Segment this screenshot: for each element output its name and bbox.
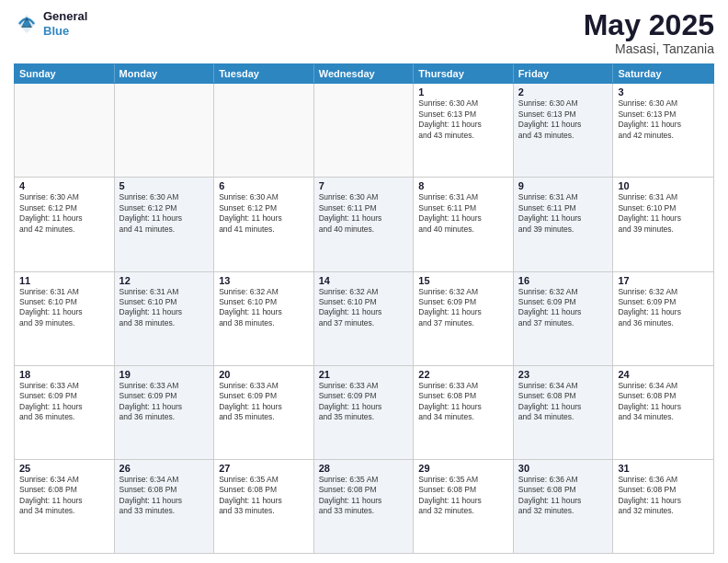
cell-info: Sunrise: 6:35 AM Sunset: 6:08 PM Dayligh… [219,475,309,517]
calendar-cell: 10Sunrise: 6:31 AM Sunset: 6:10 PM Dayli… [613,178,713,270]
day-number: 8 [418,180,508,191]
cell-info: Sunrise: 6:31 AM Sunset: 6:10 PM Dayligh… [119,287,210,329]
day-number: 18 [19,369,109,380]
day-number: 27 [219,463,309,474]
calendar-cell: 2Sunrise: 6:30 AM Sunset: 6:13 PM Daylig… [514,84,614,177]
cell-info: Sunrise: 6:30 AM Sunset: 6:11 PM Dayligh… [319,192,409,235]
logo: General Blue [14,9,87,38]
calendar-cell: 12Sunrise: 6:31 AM Sunset: 6:10 PM Dayli… [115,272,215,365]
day-number: 25 [19,463,109,474]
day-number: 12 [119,275,210,286]
cell-info: Sunrise: 6:30 AM Sunset: 6:12 PM Dayligh… [219,192,309,235]
cell-info: Sunrise: 6:30 AM Sunset: 6:13 PM Dayligh… [618,98,709,141]
day-of-week-header: Monday [115,64,215,83]
day-number: 3 [618,86,709,98]
day-number: 1 [418,86,508,98]
calendar-week-row: 25Sunrise: 6:34 AM Sunset: 6:08 PM Dayli… [15,460,713,553]
cell-info: Sunrise: 6:35 AM Sunset: 6:08 PM Dayligh… [319,475,409,517]
day-number: 10 [618,180,709,191]
calendar-cell: 21Sunrise: 6:33 AM Sunset: 6:09 PM Dayli… [314,366,415,459]
calendar-cell: 6Sunrise: 6:30 AM Sunset: 6:12 PM Daylig… [214,178,314,270]
calendar-week-row: 4Sunrise: 6:30 AM Sunset: 6:12 PM Daylig… [15,178,713,271]
calendar-week-row: 11Sunrise: 6:31 AM Sunset: 6:10 PM Dayli… [15,272,713,366]
calendar-cell: 5Sunrise: 6:30 AM Sunset: 6:12 PM Daylig… [115,178,215,270]
cell-info: Sunrise: 6:32 AM Sunset: 6:10 PM Dayligh… [319,287,409,329]
calendar-cell: 13Sunrise: 6:32 AM Sunset: 6:10 PM Dayli… [214,272,314,365]
day-number: 14 [319,275,409,286]
calendar-cell: 19Sunrise: 6:33 AM Sunset: 6:09 PM Dayli… [115,366,215,459]
day-number: 31 [618,463,709,474]
calendar-cell: 26Sunrise: 6:34 AM Sunset: 6:08 PM Dayli… [115,460,215,553]
day-number: 6 [219,180,309,191]
calendar-cell: 22Sunrise: 6:33 AM Sunset: 6:08 PM Dayli… [414,366,514,459]
day-of-week-header: Wednesday [314,64,415,83]
day-number: 30 [518,463,609,474]
cell-info: Sunrise: 6:32 AM Sunset: 6:09 PM Dayligh… [518,287,609,329]
calendar-cell [314,84,415,177]
day-number: 19 [119,369,210,380]
calendar-cell: 14Sunrise: 6:32 AM Sunset: 6:10 PM Dayli… [314,272,415,365]
calendar-body: 1Sunrise: 6:30 AM Sunset: 6:13 PM Daylig… [14,84,714,554]
cell-info: Sunrise: 6:34 AM Sunset: 6:08 PM Dayligh… [618,381,709,423]
calendar-cell: 18Sunrise: 6:33 AM Sunset: 6:09 PM Dayli… [15,366,115,459]
day-number: 17 [618,275,709,286]
cell-info: Sunrise: 6:31 AM Sunset: 6:10 PM Dayligh… [618,192,709,235]
cell-info: Sunrise: 6:30 AM Sunset: 6:13 PM Dayligh… [518,98,609,141]
day-number: 11 [19,275,109,286]
calendar-cell: 24Sunrise: 6:34 AM Sunset: 6:08 PM Dayli… [613,366,713,459]
calendar-cell: 11Sunrise: 6:31 AM Sunset: 6:10 PM Dayli… [15,272,115,365]
calendar-week-row: 18Sunrise: 6:33 AM Sunset: 6:09 PM Dayli… [15,366,713,460]
day-number: 13 [219,275,309,286]
cell-info: Sunrise: 6:30 AM Sunset: 6:12 PM Dayligh… [119,192,210,235]
page: General Blue May 2025 Masasi, Tanzania S… [0,0,728,563]
cell-info: Sunrise: 6:36 AM Sunset: 6:08 PM Dayligh… [618,475,709,517]
logo-icon [14,11,40,37]
logo-text: General Blue [43,9,87,38]
calendar-cell [214,84,314,177]
day-number: 24 [618,369,709,380]
day-number: 7 [319,180,409,191]
cell-info: Sunrise: 6:32 AM Sunset: 6:10 PM Dayligh… [219,287,309,329]
cell-info: Sunrise: 6:32 AM Sunset: 6:09 PM Dayligh… [618,287,709,329]
calendar-cell [15,84,115,177]
cell-info: Sunrise: 6:33 AM Sunset: 6:09 PM Dayligh… [19,381,109,423]
calendar-cell: 9Sunrise: 6:31 AM Sunset: 6:11 PM Daylig… [514,178,614,270]
location: Masasi, Tanzania [584,41,714,56]
calendar-cell: 23Sunrise: 6:34 AM Sunset: 6:08 PM Dayli… [514,366,614,459]
cell-info: Sunrise: 6:33 AM Sunset: 6:08 PM Dayligh… [418,381,508,423]
cell-info: Sunrise: 6:33 AM Sunset: 6:09 PM Dayligh… [319,381,409,423]
cell-info: Sunrise: 6:33 AM Sunset: 6:09 PM Dayligh… [119,381,210,423]
cell-info: Sunrise: 6:34 AM Sunset: 6:08 PM Dayligh… [119,475,210,517]
calendar-cell: 1Sunrise: 6:30 AM Sunset: 6:13 PM Daylig… [414,84,514,177]
title-block: May 2025 Masasi, Tanzania [584,9,714,56]
calendar-cell: 15Sunrise: 6:32 AM Sunset: 6:09 PM Dayli… [414,272,514,365]
calendar-cell: 25Sunrise: 6:34 AM Sunset: 6:08 PM Dayli… [15,460,115,553]
month-year: May 2025 [584,9,714,41]
calendar-cell: 3Sunrise: 6:30 AM Sunset: 6:13 PM Daylig… [613,84,713,177]
calendar-cell: 29Sunrise: 6:35 AM Sunset: 6:08 PM Dayli… [414,460,514,553]
cell-info: Sunrise: 6:31 AM Sunset: 6:11 PM Dayligh… [418,192,508,235]
cell-info: Sunrise: 6:31 AM Sunset: 6:11 PM Dayligh… [518,192,609,235]
day-number: 26 [119,463,210,474]
svg-point-2 [24,21,29,27]
calendar-header-row: SundayMondayTuesdayWednesdayThursdayFrid… [14,63,714,84]
cell-info: Sunrise: 6:31 AM Sunset: 6:10 PM Dayligh… [19,287,109,329]
day-number: 4 [19,180,109,191]
calendar-cell: 27Sunrise: 6:35 AM Sunset: 6:08 PM Dayli… [214,460,314,553]
cell-info: Sunrise: 6:30 AM Sunset: 6:12 PM Dayligh… [19,192,109,235]
calendar: SundayMondayTuesdayWednesdayThursdayFrid… [14,63,714,554]
day-number: 21 [319,369,409,380]
day-number: 2 [518,86,609,98]
day-number: 5 [119,180,210,191]
day-number: 20 [219,369,309,380]
cell-info: Sunrise: 6:36 AM Sunset: 6:08 PM Dayligh… [518,475,609,517]
day-of-week-header: Saturday [613,64,713,83]
calendar-cell: 16Sunrise: 6:32 AM Sunset: 6:09 PM Dayli… [514,272,614,365]
cell-info: Sunrise: 6:35 AM Sunset: 6:08 PM Dayligh… [418,475,508,517]
calendar-cell: 30Sunrise: 6:36 AM Sunset: 6:08 PM Dayli… [514,460,614,553]
cell-info: Sunrise: 6:33 AM Sunset: 6:09 PM Dayligh… [219,381,309,423]
calendar-cell: 31Sunrise: 6:36 AM Sunset: 6:08 PM Dayli… [613,460,713,553]
cell-info: Sunrise: 6:30 AM Sunset: 6:13 PM Dayligh… [418,98,508,141]
calendar-cell: 7Sunrise: 6:30 AM Sunset: 6:11 PM Daylig… [314,178,415,270]
calendar-cell: 8Sunrise: 6:31 AM Sunset: 6:11 PM Daylig… [414,178,514,270]
